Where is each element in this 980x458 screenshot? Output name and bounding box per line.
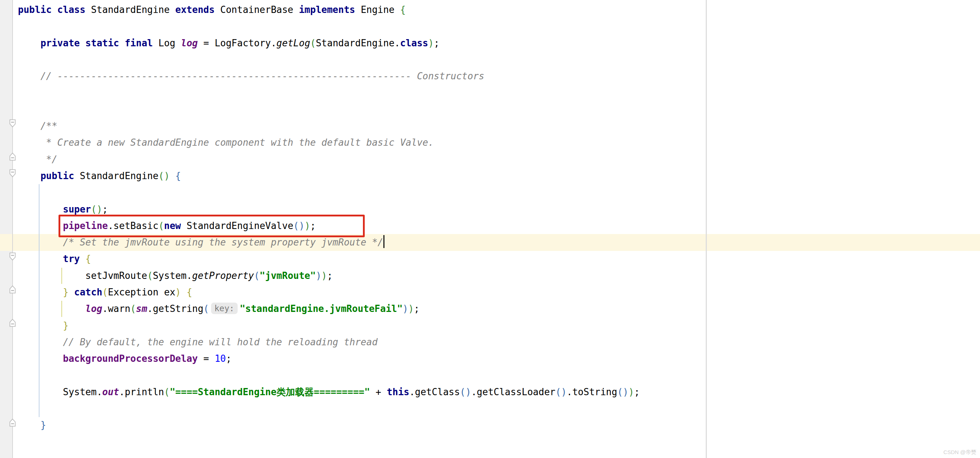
code-token: (: [254, 270, 259, 281]
code-line[interactable]: public class StandardEngine extends Cont…: [0, 2, 640, 18]
code-token: ;: [102, 204, 108, 215]
code-line[interactable]: [0, 101, 640, 118]
code-line[interactable]: [0, 51, 640, 68]
code-line[interactable]: [0, 84, 640, 101]
code-token: try: [63, 253, 80, 264]
code-token: sm: [136, 303, 147, 314]
code-line[interactable]: }: [0, 317, 640, 334]
code-line[interactable]: try {: [0, 251, 640, 267]
code-token: backgroundProcessorDelay: [63, 353, 198, 364]
code-token: [68, 287, 74, 297]
code-token: Engine: [355, 4, 400, 15]
code-token: ;: [634, 386, 640, 398]
code-line[interactable]: }: [0, 417, 640, 433]
code-line[interactable]: [0, 367, 640, 384]
code-token: private static final: [41, 38, 153, 48]
code-token: .warn: [102, 303, 130, 314]
code-token: [18, 137, 46, 148]
code-token: out: [102, 386, 119, 398]
code-token: {: [400, 4, 406, 15]
code-line[interactable]: private static final Log log = LogFactor…: [0, 35, 640, 51]
code-token: [18, 303, 86, 314]
code-token: "standardEngine.jvmRouteFail": [240, 303, 403, 314]
code-token: [181, 287, 187, 297]
code-token: getLog: [277, 38, 310, 48]
code-line[interactable]: log.warn(sm.getString(key:"standardEngin…: [0, 301, 640, 317]
code-line[interactable]: System.out.println("====StandardEngine类加…: [0, 384, 640, 400]
text-caret: [383, 235, 385, 248]
code-line[interactable]: [0, 184, 640, 200]
code-token: "====StandardEngine类加载器=========": [170, 386, 370, 398]
code-token: catch: [74, 287, 102, 297]
code-token: ): [403, 303, 409, 314]
code-line[interactable]: [0, 400, 640, 417]
code-token: ;: [327, 270, 333, 281]
code-token: .toString: [567, 386, 617, 398]
code-token: =: [198, 353, 215, 364]
code-token: [18, 170, 41, 181]
code-line[interactable]: public StandardEngine() {: [0, 168, 640, 184]
watermark: CSDN @帝燹: [943, 449, 977, 456]
code-token: ;: [434, 38, 439, 48]
code-token: ): [175, 287, 181, 297]
code-token: ): [321, 270, 327, 281]
code-token: /**: [41, 121, 57, 131]
code-token: public: [41, 170, 74, 181]
code-token: log: [181, 38, 198, 48]
code-token: 10: [215, 353, 226, 364]
code-line[interactable]: setJvmRoute(System.getProperty("jvmRoute…: [0, 267, 640, 284]
code-token: (: [147, 270, 153, 281]
code-token: }: [63, 320, 68, 331]
code-line[interactable]: } catch(Exception ex) {: [0, 284, 640, 301]
code-token: (: [130, 303, 136, 314]
code-token: StandardEngine: [86, 4, 175, 15]
code-line[interactable]: * Create a new StandardEngine component …: [0, 134, 640, 151]
code-token: [18, 253, 63, 264]
code-token: class: [400, 38, 428, 48]
code-token: public class: [18, 4, 86, 15]
code-token: "jvmRoute": [259, 270, 316, 281]
code-line[interactable]: backgroundProcessorDelay = 10;: [0, 350, 640, 367]
code-token: System.: [153, 270, 192, 281]
code-token: {: [86, 253, 91, 264]
code-token: +: [370, 386, 387, 398]
code-line[interactable]: [0, 18, 640, 35]
code-token: (): [91, 204, 102, 215]
code-editor: public class StandardEngine extends Cont…: [0, 0, 980, 458]
code-token: (): [460, 386, 471, 398]
code-token: ): [428, 38, 434, 48]
code-token: {: [187, 287, 192, 297]
code-token: }: [63, 287, 68, 297]
code-token: */: [46, 154, 57, 165]
code-token: [18, 287, 63, 297]
code-token: [18, 204, 63, 215]
code-token: .getClass: [409, 386, 460, 398]
code-token: [18, 71, 41, 81]
code-token: ): [628, 386, 634, 398]
code-token: * Create a new StandardEngine component …: [46, 137, 434, 148]
right-margin-guide: [706, 0, 707, 458]
code-token: ;: [414, 303, 420, 314]
code-token: = LogFactory.: [198, 38, 277, 48]
code-token: [18, 121, 41, 131]
code-token: // -------------------------------------…: [41, 71, 485, 81]
code-token: (: [310, 38, 316, 48]
code-token: {: [175, 170, 181, 181]
parameter-name-hint: key:: [211, 302, 237, 314]
annotation-highlight-box: [59, 215, 365, 237]
code-token: [18, 320, 63, 331]
code-line[interactable]: // By default, the engine will hold the …: [0, 334, 640, 350]
code-token: [18, 38, 41, 48]
code-token: setJvmRoute: [18, 270, 147, 281]
code-line[interactable]: /**: [0, 118, 640, 134]
code-token: ): [316, 270, 321, 281]
code-token: .getString: [147, 303, 204, 314]
code-token: [18, 220, 63, 231]
code-token: [18, 420, 41, 430]
code-token: [170, 170, 175, 181]
code-token: [18, 353, 63, 364]
code-token: StandardEngine.: [316, 38, 400, 48]
code-line[interactable]: */: [0, 151, 640, 168]
code-token: // By default, the engine will hold the …: [63, 337, 378, 347]
code-line[interactable]: // -------------------------------------…: [0, 68, 640, 84]
